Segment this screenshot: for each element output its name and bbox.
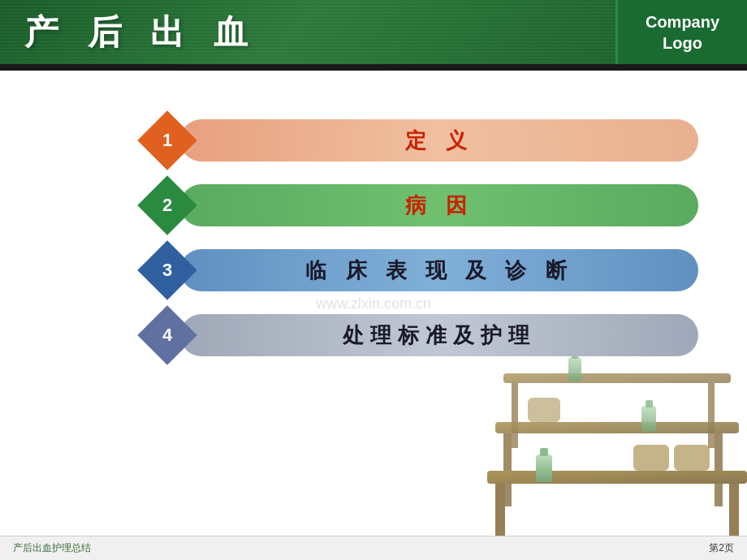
label-3: 临 床 表 现 及 诊 断 bbox=[305, 256, 572, 285]
badge-4: 4 bbox=[137, 305, 197, 365]
svg-rect-15 bbox=[528, 398, 560, 422]
menu-item-4[interactable]: 4 处理标准及护理 bbox=[146, 314, 698, 356]
svg-rect-14 bbox=[540, 448, 548, 456]
svg-rect-17 bbox=[674, 445, 710, 471]
badge-2: 2 bbox=[137, 175, 197, 235]
svg-rect-8 bbox=[729, 484, 739, 536]
footer-right-text: 第2页 bbox=[709, 541, 734, 555]
svg-rect-3 bbox=[495, 422, 739, 433]
header: 产 后 出 血 CompanyLogo bbox=[0, 0, 747, 64]
bar-4: 处理标准及护理 bbox=[180, 314, 698, 356]
svg-rect-9 bbox=[568, 357, 581, 381]
svg-rect-1 bbox=[512, 383, 518, 448]
main-content: www.zlxin.com.cn 1 定 义 2 病 因 3 bbox=[0, 71, 747, 536]
footer: 产后出血护理总结 第2页 bbox=[0, 536, 747, 560]
menu-item-2[interactable]: 2 病 因 bbox=[146, 184, 698, 226]
slide-title: 产 后 出 血 bbox=[0, 10, 257, 55]
label-4: 处理标准及护理 bbox=[343, 321, 536, 350]
label-2: 病 因 bbox=[405, 192, 473, 220]
footer-left-text: 产后出血护理总结 bbox=[13, 541, 91, 555]
menu-item-1[interactable]: 1 定 义 bbox=[146, 119, 698, 162]
bar-3: 临 床 表 现 及 诊 断 bbox=[180, 249, 698, 291]
logo-text: CompanyLogo bbox=[646, 11, 719, 54]
label-1: 定 义 bbox=[405, 127, 473, 155]
svg-rect-6 bbox=[487, 471, 747, 484]
svg-rect-16 bbox=[633, 445, 669, 471]
badge-1: 1 bbox=[137, 110, 197, 170]
svg-rect-7 bbox=[495, 484, 505, 536]
bar-1: 定 义 bbox=[180, 119, 698, 162]
menu-item-3[interactable]: 3 临 床 表 现 及 诊 断 bbox=[146, 249, 698, 291]
bar-2: 病 因 bbox=[180, 184, 698, 226]
menu-container: 1 定 义 2 病 因 3 临 床 表 现 及 诊 断 bbox=[146, 119, 698, 356]
svg-rect-11 bbox=[641, 406, 656, 432]
header-bar bbox=[0, 64, 747, 71]
svg-rect-13 bbox=[536, 454, 552, 482]
svg-rect-0 bbox=[503, 373, 731, 383]
svg-rect-2 bbox=[708, 383, 715, 448]
badge-3: 3 bbox=[137, 240, 197, 300]
svg-rect-5 bbox=[715, 433, 723, 506]
company-logo: CompanyLogo bbox=[615, 0, 747, 64]
svg-rect-12 bbox=[646, 400, 653, 407]
